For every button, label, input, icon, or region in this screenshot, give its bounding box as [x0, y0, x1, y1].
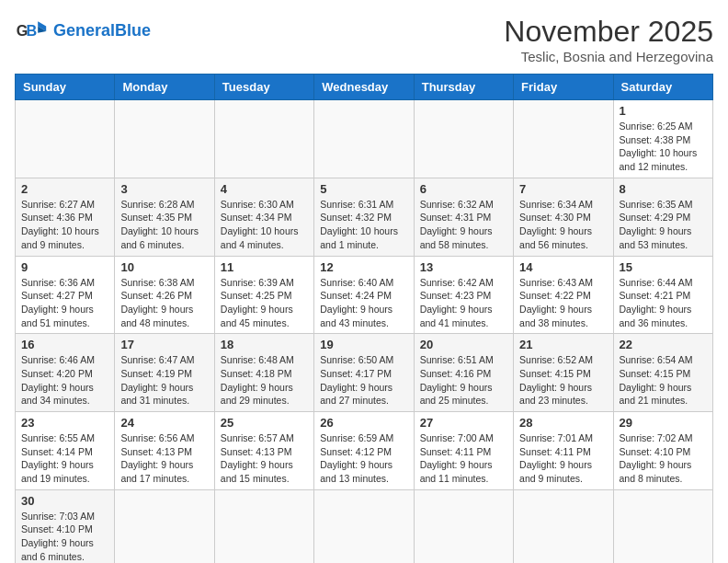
day-info: Sunrise: 6:47 AMSunset: 4:19 PMDaylight:… — [120, 353, 208, 408]
day-number: 23 — [21, 416, 108, 430]
calendar-cell: 9Sunrise: 6:36 AMSunset: 4:27 PMDaylight… — [16, 256, 115, 334]
day-number: 26 — [320, 416, 407, 430]
logo-blue: Blue — [115, 21, 151, 40]
svg-text:B: B — [27, 22, 38, 39]
day-info: Sunrise: 6:27 AMSunset: 4:36 PMDaylight:… — [21, 198, 108, 252]
day-info: Sunrise: 6:25 AMSunset: 4:38 PMDaylight:… — [620, 120, 707, 174]
day-number: 12 — [320, 260, 407, 274]
calendar-cell: 25Sunrise: 6:57 AMSunset: 4:13 PMDayligh… — [214, 412, 313, 490]
day-info: Sunrise: 6:51 AMSunset: 4:16 PMDaylight:… — [420, 353, 507, 408]
day-header-monday: Monday — [115, 75, 214, 100]
day-info: Sunrise: 7:01 AMSunset: 4:11 PMDaylight:… — [519, 431, 607, 486]
day-number: 28 — [519, 416, 607, 430]
day-number: 10 — [120, 260, 208, 274]
calendar-week-row: 1Sunrise: 6:25 AMSunset: 4:38 PMDaylight… — [16, 100, 713, 178]
day-number: 2 — [21, 182, 108, 196]
calendar-cell: 22Sunrise: 6:54 AMSunset: 4:15 PMDayligh… — [613, 334, 712, 412]
day-number: 7 — [519, 182, 607, 196]
day-info: Sunrise: 6:57 AMSunset: 4:13 PMDaylight:… — [221, 431, 308, 486]
day-header-friday: Friday — [514, 75, 613, 100]
day-info: Sunrise: 6:44 AMSunset: 4:21 PMDaylight:… — [620, 276, 707, 330]
calendar-week-row: 16Sunrise: 6:46 AMSunset: 4:20 PMDayligh… — [16, 334, 713, 412]
day-info: Sunrise: 6:54 AMSunset: 4:15 PMDaylight:… — [620, 353, 707, 408]
page-header: G B GeneralBlue November 2025 Teslic, Bo… — [15, 15, 713, 64]
day-header-thursday: Thursday — [414, 75, 513, 100]
day-number: 8 — [620, 182, 707, 196]
day-header-tuesday: Tuesday — [214, 75, 313, 100]
day-number: 14 — [519, 260, 607, 274]
location-title: Teslic, Bosnia and Herzegovina — [504, 49, 713, 64]
calendar-cell — [214, 100, 313, 178]
calendar-cell: 7Sunrise: 6:34 AMSunset: 4:30 PMDaylight… — [514, 178, 613, 256]
calendar-cell: 23Sunrise: 6:55 AMSunset: 4:14 PMDayligh… — [16, 412, 115, 490]
day-info: Sunrise: 6:46 AMSunset: 4:20 PMDaylight:… — [21, 353, 108, 408]
calendar-cell — [214, 489, 313, 563]
calendar-cell: 14Sunrise: 6:43 AMSunset: 4:22 PMDayligh… — [514, 256, 613, 334]
calendar-cell: 16Sunrise: 6:46 AMSunset: 4:20 PMDayligh… — [16, 334, 115, 412]
calendar-cell — [115, 489, 214, 563]
day-info: Sunrise: 6:48 AMSunset: 4:18 PMDaylight:… — [221, 353, 308, 408]
day-number: 1 — [620, 104, 707, 118]
day-number: 19 — [320, 338, 407, 351]
day-info: Sunrise: 6:55 AMSunset: 4:14 PMDaylight:… — [21, 431, 108, 486]
calendar-cell: 18Sunrise: 6:48 AMSunset: 4:18 PMDayligh… — [214, 334, 313, 412]
calendar-cell: 30Sunrise: 7:03 AMSunset: 4:10 PMDayligh… — [16, 489, 115, 563]
day-number: 25 — [221, 416, 308, 430]
day-info: Sunrise: 6:34 AMSunset: 4:30 PMDaylight:… — [519, 198, 607, 252]
day-info: Sunrise: 6:36 AMSunset: 4:27 PMDaylight:… — [21, 276, 108, 330]
day-number: 5 — [320, 182, 407, 196]
calendar-cell: 5Sunrise: 6:31 AMSunset: 4:32 PMDaylight… — [314, 178, 414, 256]
day-info: Sunrise: 6:35 AMSunset: 4:29 PMDaylight:… — [620, 198, 707, 252]
calendar-cell — [414, 489, 513, 563]
day-info: Sunrise: 7:03 AMSunset: 4:10 PMDaylight:… — [21, 510, 108, 563]
day-number: 18 — [221, 338, 308, 351]
calendar-cell — [314, 489, 414, 563]
day-number: 13 — [420, 260, 507, 274]
calendar-week-row: 9Sunrise: 6:36 AMSunset: 4:27 PMDaylight… — [16, 256, 713, 334]
calendar-week-row: 23Sunrise: 6:55 AMSunset: 4:14 PMDayligh… — [16, 412, 713, 490]
day-info: Sunrise: 6:31 AMSunset: 4:32 PMDaylight:… — [320, 198, 407, 252]
day-info: Sunrise: 6:40 AMSunset: 4:24 PMDaylight:… — [320, 276, 407, 330]
calendar-cell: 6Sunrise: 6:32 AMSunset: 4:31 PMDaylight… — [414, 178, 513, 256]
calendar-cell: 12Sunrise: 6:40 AMSunset: 4:24 PMDayligh… — [314, 256, 414, 334]
calendar-cell: 28Sunrise: 7:01 AMSunset: 4:11 PMDayligh… — [514, 412, 613, 490]
day-info: Sunrise: 6:52 AMSunset: 4:15 PMDaylight:… — [519, 353, 607, 408]
day-info: Sunrise: 7:00 AMSunset: 4:11 PMDaylight:… — [420, 431, 507, 486]
calendar-cell: 11Sunrise: 6:39 AMSunset: 4:25 PMDayligh… — [214, 256, 313, 334]
calendar-cell: 27Sunrise: 7:00 AMSunset: 4:11 PMDayligh… — [414, 412, 513, 490]
day-info: Sunrise: 6:38 AMSunset: 4:26 PMDaylight:… — [120, 276, 208, 330]
day-number: 9 — [21, 260, 108, 274]
calendar-cell — [613, 489, 712, 563]
day-info: Sunrise: 6:59 AMSunset: 4:12 PMDaylight:… — [320, 431, 407, 486]
day-info: Sunrise: 6:56 AMSunset: 4:13 PMDaylight:… — [120, 431, 208, 486]
calendar-cell — [514, 489, 613, 563]
calendar-cell: 19Sunrise: 6:50 AMSunset: 4:17 PMDayligh… — [314, 334, 414, 412]
day-number: 11 — [221, 260, 308, 274]
logo-general: General — [53, 21, 115, 40]
calendar-cell: 1Sunrise: 6:25 AMSunset: 4:38 PMDaylight… — [613, 100, 712, 178]
day-info: Sunrise: 7:02 AMSunset: 4:10 PMDaylight:… — [620, 431, 707, 486]
day-number: 21 — [519, 338, 607, 351]
calendar-cell: 20Sunrise: 6:51 AMSunset: 4:16 PMDayligh… — [414, 334, 513, 412]
day-info: Sunrise: 6:43 AMSunset: 4:22 PMDaylight:… — [519, 276, 607, 330]
calendar-cell — [514, 100, 613, 178]
day-header-wednesday: Wednesday — [314, 75, 414, 100]
calendar-cell: 13Sunrise: 6:42 AMSunset: 4:23 PMDayligh… — [414, 256, 513, 334]
calendar-cell: 10Sunrise: 6:38 AMSunset: 4:26 PMDayligh… — [115, 256, 214, 334]
day-number: 4 — [221, 182, 308, 196]
day-info: Sunrise: 6:32 AMSunset: 4:31 PMDaylight:… — [420, 198, 507, 252]
day-info: Sunrise: 6:30 AMSunset: 4:34 PMDaylight:… — [221, 198, 308, 252]
day-header-saturday: Saturday — [613, 75, 712, 100]
logo-icon: G B — [15, 15, 48, 48]
calendar-cell: 8Sunrise: 6:35 AMSunset: 4:29 PMDaylight… — [613, 178, 712, 256]
calendar-cell: 3Sunrise: 6:28 AMSunset: 4:35 PMDaylight… — [115, 178, 214, 256]
calendar-week-row: 30Sunrise: 7:03 AMSunset: 4:10 PMDayligh… — [16, 489, 713, 563]
day-info: Sunrise: 6:42 AMSunset: 4:23 PMDaylight:… — [420, 276, 507, 330]
calendar-cell — [115, 100, 214, 178]
calendar-cell — [314, 100, 414, 178]
calendar-cell: 21Sunrise: 6:52 AMSunset: 4:15 PMDayligh… — [514, 334, 613, 412]
calendar-cell: 29Sunrise: 7:02 AMSunset: 4:10 PMDayligh… — [613, 412, 712, 490]
calendar-cell: 4Sunrise: 6:30 AMSunset: 4:34 PMDaylight… — [214, 178, 313, 256]
calendar-cell: 2Sunrise: 6:27 AMSunset: 4:36 PMDaylight… — [16, 178, 115, 256]
calendar-header-row: SundayMondayTuesdayWednesdayThursdayFrid… — [16, 75, 713, 100]
